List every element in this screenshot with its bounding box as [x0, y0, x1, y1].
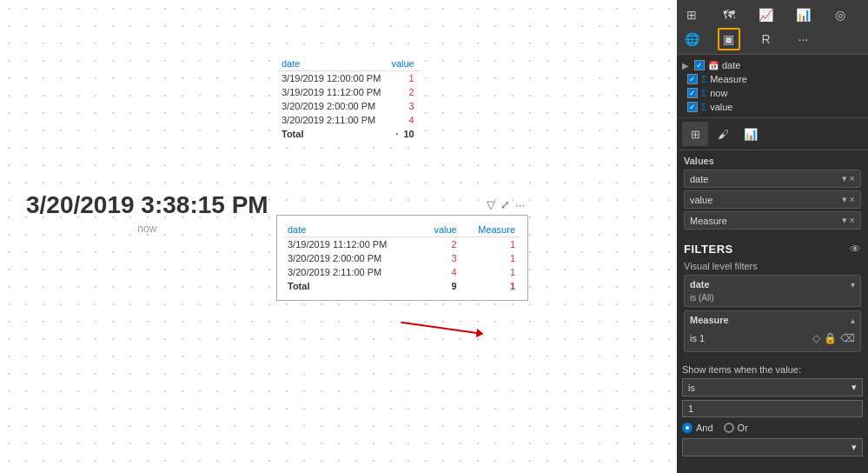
chip-value[interactable]: value ▾ × [684, 190, 861, 209]
bt-date-header: date [284, 223, 421, 237]
filter-icons-row: ◇ 🔒 ⌫ [812, 332, 855, 344]
datetime-display: 3/20/2019 3:38:15 PM now [26, 191, 268, 235]
viz-tool-chart[interactable]: 📊 [738, 122, 764, 146]
field-checkbox-measure[interactable]: ✓ [687, 74, 698, 84]
clear-filter-icon[interactable]: ⌫ [840, 332, 855, 344]
viz-line-icon[interactable]: 📈 [755, 3, 778, 26]
total-value: · 10 [388, 127, 421, 141]
chip-icons-value: ▾ × [842, 194, 855, 205]
date-cell: 3/19/2019 11:12:00 PM [278, 85, 388, 99]
datetime-text: 3/20/2019 3:38:15 PM [26, 191, 268, 219]
table-row: 3/19/2019 12:00:00 PM 1 [278, 71, 421, 86]
radio-row: And Or [682, 423, 863, 433]
calendar-icon: 📅 [708, 61, 719, 70]
filter-measure-status: is 1 [690, 333, 705, 343]
viz-donut-icon[interactable]: ◎ [829, 3, 851, 26]
chip-name-value: value [690, 195, 842, 205]
filter-date-header[interactable]: date ▾ [685, 276, 860, 293]
field-item-date[interactable]: ▶ ✓ 📅 date [677, 58, 868, 72]
second-dropdown-arrow: ▾ [851, 442, 857, 453]
date-cell: 3/19/2019 12:00:00 PM [278, 71, 388, 86]
value-cell: 3 [421, 251, 461, 265]
total-label: Total [284, 279, 421, 293]
top-table-date-header: date [278, 57, 388, 71]
field-checkbox-date[interactable]: ✓ [694, 60, 705, 70]
viz-rect-icon[interactable]: ▣ [718, 28, 740, 50]
field-checkbox-value[interactable]: ✓ [687, 102, 698, 112]
table-row: 3/20/2019 2:00:00 PM 3 1 [284, 251, 520, 265]
field-item-value[interactable]: ✓ Σ value [677, 100, 868, 114]
bottom-table-wrapper: ▽ ⤢ ··· date value Measure [276, 198, 528, 301]
filter-card-measure[interactable]: Measure ▴ is 1 ◇ 🔒 ⌫ [684, 310, 861, 352]
chip-name-date: date [690, 174, 842, 184]
top-table-value-header: value [388, 57, 421, 71]
field-checkbox-now[interactable]: ✓ [687, 88, 698, 98]
total-label: Total [278, 127, 388, 141]
filters-section: FILTERS 👁 Visual level filters date ▾ is… [677, 237, 868, 361]
chip-x-icon[interactable]: × [850, 173, 855, 184]
viz-icons-grid: ⊞ 🗺 📈 📊 ◎ 🌐 ▣ R ··· [677, 0, 868, 55]
or-label: Or [738, 423, 748, 433]
radio-and-circle[interactable] [682, 423, 692, 433]
expand-table-icon[interactable]: ⤢ [500, 198, 510, 211]
chip-x-icon[interactable]: × [850, 215, 855, 226]
field-name-value: value [710, 102, 863, 112]
sigma-icon-value: Σ [701, 103, 706, 112]
date-cell: 3/20/2019 2:11:00 PM [284, 265, 421, 279]
viz-table-icon[interactable]: ⊞ [680, 3, 703, 26]
field-item-measure[interactable]: ✓ Σ Measure [677, 72, 868, 86]
chip-down-icon[interactable]: ▾ [842, 173, 847, 184]
viz-tool-table[interactable]: ⊞ [682, 122, 708, 146]
measure-cell: 1 [462, 251, 520, 265]
viz-globe-icon[interactable]: 🌐 [680, 28, 703, 50]
viz-map-icon[interactable]: 🗺 [718, 3, 740, 26]
chip-measure[interactable]: Measure ▾ × [684, 211, 861, 230]
lock-icon[interactable]: 🔒 [824, 332, 837, 344]
radio-or[interactable]: Or [724, 423, 748, 433]
field-name-measure: Measure [710, 74, 863, 84]
radio-and[interactable]: And [682, 423, 713, 433]
condition-dropdown[interactable]: is ▾ [682, 378, 863, 396]
filter-card-date[interactable]: date ▾ is (All) [684, 275, 861, 307]
filter-measure-name: Measure [690, 315, 729, 325]
more-table-icon[interactable]: ··· [515, 198, 525, 211]
chip-icons: ▾ × [842, 173, 855, 184]
chip-icons-measure: ▾ × [842, 215, 855, 226]
show-items-label: Show items when the value: [682, 364, 863, 375]
second-condition-dropdown[interactable]: ▾ [682, 438, 863, 456]
filter-table-icon[interactable]: ▽ [487, 198, 495, 211]
right-panel: ⊞ 🗺 📈 📊 ◎ 🌐 ▣ R ··· ▶ ✓ 📅 date ✓ Σ Measu… [677, 0, 868, 473]
diamond-icon[interactable]: ◇ [812, 332, 820, 344]
viz-r-icon[interactable]: R [755, 28, 778, 50]
date-cell: 3/19/2019 11:12:00 PM [284, 237, 421, 252]
radio-or-circle[interactable] [724, 423, 734, 433]
chip-date[interactable]: date ▾ × [684, 170, 861, 188]
chip-down-icon[interactable]: ▾ [842, 215, 847, 226]
measure-cell: 1 [462, 237, 520, 252]
filter-date-name: date [690, 279, 710, 290]
date-chevron-icon[interactable]: ▾ [851, 280, 855, 290]
field-item-now[interactable]: ✓ Σ now [677, 86, 868, 100]
eye-icon[interactable]: 👁 [850, 243, 861, 256]
filter-measure-sub-header: is 1 ◇ 🔒 ⌫ [690, 332, 855, 344]
filter-measure-header[interactable]: Measure ▴ [685, 311, 860, 329]
chip-down-icon[interactable]: ▾ [842, 194, 847, 205]
value-cell: 2 [421, 237, 461, 252]
table-row: 3/20/2019 2:11:00 PM 4 1 [284, 265, 520, 279]
show-items-section: Show items when the value: is ▾ And Or ▾ [677, 361, 868, 462]
chip-x-icon[interactable]: × [850, 194, 855, 205]
bt-measure-header: Measure [462, 223, 520, 237]
measure-chevron-icon[interactable]: ▴ [851, 316, 855, 325]
value-cell: 1 [388, 71, 421, 86]
total-measure: 1 [462, 279, 520, 293]
measure-cell: 1 [462, 265, 520, 279]
filter-date-status: is (All) [685, 293, 860, 306]
total-row: Total 9 1 [284, 279, 520, 293]
field-name-date: date [722, 60, 863, 70]
visual-level-label: Visual level filters [684, 261, 861, 271]
value-input[interactable] [682, 400, 863, 417]
bottom-table: date value Measure 3/19/2019 11:12:00 PM… [276, 215, 528, 301]
viz-tool-filter[interactable]: 🖌 [710, 122, 736, 146]
viz-more-icon[interactable]: ··· [792, 28, 814, 50]
viz-bar-icon[interactable]: 📊 [792, 3, 814, 26]
